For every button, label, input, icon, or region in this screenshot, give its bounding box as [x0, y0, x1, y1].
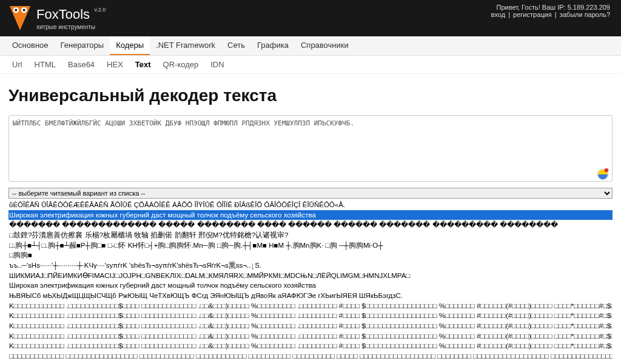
decoded-variant-row[interactable]: K□□□□□□□□□□□□ .□□□□□□□□□□□□$□□□□ □□□□□□□…	[8, 321, 613, 331]
decoded-variant-row[interactable]: ЊВЯЫСб мЬХЫДжЩЦЩЫСЧЩб РжЮЫЩ ЧеТХвЮЩЪ ФСг…	[8, 291, 613, 301]
decoded-variant-row[interactable]: □鼓鋰?芬瀆扈善仿擦襄 乐楊?枚屬櫃堝 牧轴 掐删偌 韵翻轩 邢倪M?优特銘檐?…	[8, 230, 613, 240]
decoded-variant-row[interactable]: K□□□□□□□□□□□□ .□□□□□□□□□□□□$□□□□ □□□□□□□…	[8, 301, 613, 311]
main-nav-item[interactable]: Основное	[6, 36, 55, 55]
decoded-variant-row[interactable]: ШИКМИАЈ□ПЙЕИМКИӨFIMACIЈ□ЈОЈРН□GNBEKЛIX□D…	[8, 271, 613, 281]
page-title: Универсальный декодер текста	[8, 86, 613, 105]
sub-nav-item[interactable]: HEX	[101, 56, 129, 73]
sub-nav-item[interactable]: HTML	[29, 56, 62, 73]
main-nav-item[interactable]: Кодеры	[110, 36, 150, 55]
decoded-variant-row[interactable]: ������� ������������� ����� �������� ���…	[8, 220, 613, 230]
site-header: FoxTools v.2.0 хитрые инструменты Привет…	[0, 0, 621, 36]
fox-logo-icon	[8, 5, 32, 31]
login-link[interactable]: вход	[491, 11, 506, 18]
sub-nav-item[interactable]: Url	[6, 56, 29, 73]
register-link[interactable]: регистрация	[513, 11, 552, 18]
decoded-variant-row[interactable]: Широкая электрификация южных губерний да…	[8, 280, 613, 291]
decoded-variant-row[interactable]: K□□□□□□□□□□□□ .□□□□□□□□□□□□$□□□□ □□□□□□□…	[8, 311, 613, 321]
decoded-variant-row[interactable]: ъъ..─'ѕНѕ······'┼··········┼·KЧγ····'ѕуπ…	[8, 260, 613, 271]
brand-version: v.2.0	[95, 7, 106, 13]
sub-nav-item[interactable]: QR-кодер	[157, 56, 205, 73]
svg-point-5	[605, 168, 609, 172]
decoded-variants-list: ůĖÔÎÊĂŇ ŮÎÂĚÔÔÊÆĚĚÂÄĚŇ ÃÔÎŮĚ ÇŎÂÁÔÎÊĚ ÁÂ…	[8, 200, 613, 364]
main-nav-item[interactable]: Сеть	[221, 36, 251, 55]
decoded-variant-row[interactable]: □.朐┼■┴┤□.朐┼■┴赧■P┼朐□■ □-□怀 KH怀□┤+朐□朐朐怀.Mn…	[8, 240, 613, 251]
grammar-check-icon[interactable]	[597, 168, 609, 180]
header-account: Привет, Гость! Ваш IP: 5.189.223.209 вхо…	[491, 4, 610, 18]
decoded-variant-row[interactable]: K□□□□□□□□□□□□ .□□□□□□□□□□□□$□□□□ □□□□□□□…	[8, 331, 613, 342]
ip-address: 5.189.223.209	[568, 4, 610, 11]
main-nav-item[interactable]: Справочники	[295, 36, 355, 55]
decoding-variant-select[interactable]: -- выберите читаемый вариант из списка -…	[8, 188, 613, 199]
greeting-text: Привет, Гость! Ваш IP:	[497, 4, 568, 11]
page-content: Универсальный декодер текста -- выберите…	[0, 74, 621, 364]
sub-nav-item[interactable]: Base64	[62, 56, 101, 73]
decoded-variant-row[interactable]: □朐朐■	[8, 250, 613, 260]
svg-point-2	[15, 9, 17, 12]
main-nav-item[interactable]: Генераторы	[55, 36, 110, 55]
forgot-password-link[interactable]: забыли пароль?	[560, 11, 610, 18]
decoded-variant-row[interactable]: Широкая электрификация южных губерний да…	[8, 210, 613, 220]
logo[interactable]: FoxTools v.2.0 хитрые инструменты	[8, 5, 106, 31]
main-nav-item[interactable]: Графика	[251, 36, 295, 55]
main-nav: ОсновноеГенераторыКодеры.NET FrameworkСе…	[0, 36, 621, 56]
main-nav-item[interactable]: .NET Framework	[150, 36, 221, 55]
decoded-variant-row[interactable]: □□□□□□□□□□□□□ □□□□□□□□□□□□□□□□□ □□□□□□□□…	[8, 362, 613, 364]
brand-name: FoxTools	[36, 7, 90, 22]
decoded-variant-row[interactable]: □□□□□□□□□□□□□ □□□□□□□□□□□□□□□□□ □□□□□□□□…	[8, 351, 613, 362]
sub-nav: UrlHTMLBase64HEXTextQR-кодерIDN	[0, 56, 621, 74]
decoded-variant-row[interactable]: K□□□□□□□□□□□□ .□□□□□□□□□□□□$□□□□ □□□□□□□…	[8, 341, 613, 351]
sub-nav-item[interactable]: IDN	[204, 56, 230, 73]
source-text-input[interactable]	[8, 115, 613, 182]
sub-nav-item[interactable]: Text	[129, 56, 157, 73]
brand-tagline: хитрые инструменты	[36, 24, 106, 30]
decoded-variant-row[interactable]: ůĖÔÎÊĂŇ ŮÎÂĚÔÔÊÆĚĚÂÄĚŇ ÃÔÎŮĚ ÇŎÂÁÔÎÊĚ ÁÂ…	[8, 200, 613, 210]
svg-point-3	[23, 9, 25, 12]
